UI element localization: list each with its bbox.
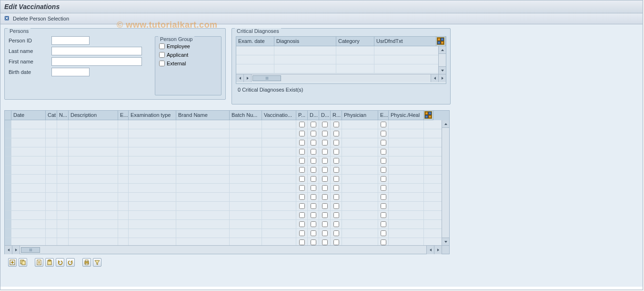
- table-cell[interactable]: [118, 202, 129, 210]
- table-cell[interactable]: [176, 129, 230, 138]
- table-cell[interactable]: [176, 220, 230, 229]
- table-checkbox[interactable]: [333, 230, 339, 236]
- table-cell[interactable]: [308, 184, 319, 192]
- scroll-left-step2-icon[interactable]: [426, 246, 434, 254]
- table-checkbox[interactable]: [381, 122, 386, 127]
- table-checkbox[interactable]: [299, 203, 305, 209]
- table-cell[interactable]: [389, 202, 424, 210]
- table-cell[interactable]: [296, 147, 308, 156]
- vacc-col-header[interactable]: Physic./Heal: [389, 111, 424, 120]
- row-selector[interactable]: [5, 193, 11, 201]
- table-cell[interactable]: [69, 211, 118, 219]
- table-cell[interactable]: [389, 220, 424, 229]
- table-cell[interactable]: [57, 193, 69, 201]
- table-checkbox[interactable]: [311, 149, 316, 155]
- table-cell[interactable]: [296, 156, 308, 165]
- table-cell[interactable]: [176, 175, 230, 183]
- table-cell[interactable]: [57, 184, 69, 192]
- table-cell[interactable]: [389, 211, 424, 219]
- table-cell[interactable]: [11, 147, 46, 156]
- table-checkbox[interactable]: [322, 167, 328, 173]
- table-cell[interactable]: [389, 184, 424, 192]
- table-cell[interactable]: [46, 193, 57, 201]
- table-cell[interactable]: [46, 202, 57, 210]
- applicant-checkbox[interactable]: [159, 52, 165, 58]
- table-cell[interactable]: [308, 166, 319, 174]
- filter-button[interactable]: [93, 258, 101, 267]
- table-checkbox[interactable]: [381, 230, 386, 236]
- row-selector[interactable]: [5, 229, 11, 238]
- table-cell[interactable]: [389, 229, 424, 238]
- table-cell[interactable]: [129, 175, 176, 183]
- table-cell[interactable]: [342, 211, 378, 219]
- table-cell[interactable]: [389, 166, 424, 174]
- table-checkbox[interactable]: [381, 167, 386, 173]
- table-cell[interactable]: [57, 120, 69, 129]
- vacc-col-header[interactable]: D...: [319, 111, 331, 120]
- vacc-col-header[interactable]: [5, 111, 11, 120]
- table-cell[interactable]: [69, 156, 118, 165]
- table-cell[interactable]: [176, 156, 230, 165]
- table-cell[interactable]: [389, 147, 424, 156]
- table-cell[interactable]: [11, 156, 46, 165]
- table-cell[interactable]: [331, 193, 342, 201]
- table-cell[interactable]: [262, 129, 296, 138]
- table-cell[interactable]: [319, 166, 331, 174]
- table-checkbox[interactable]: [381, 239, 386, 245]
- table-cell[interactable]: [342, 138, 378, 147]
- table-cell[interactable]: [319, 120, 331, 129]
- table-cell[interactable]: [176, 211, 230, 219]
- row-selector[interactable]: [5, 129, 11, 138]
- table-cell[interactable]: [331, 202, 342, 210]
- table-checkbox[interactable]: [322, 158, 328, 164]
- scroll-down-arrow-icon[interactable]: [442, 238, 449, 245]
- table-cell[interactable]: [262, 166, 296, 174]
- scroll-down-arrow-icon[interactable]: [439, 66, 446, 74]
- table-cell[interactable]: [262, 184, 296, 192]
- table-cell[interactable]: [262, 147, 296, 156]
- table-cell[interactable]: [308, 175, 319, 183]
- vacc-col-header[interactable]: N...: [57, 111, 69, 120]
- table-checkbox[interactable]: [322, 122, 328, 127]
- table-cell[interactable]: [69, 129, 118, 138]
- table-cell[interactable]: [331, 220, 342, 229]
- table-checkbox[interactable]: [333, 158, 339, 164]
- table-cell[interactable]: [378, 129, 389, 138]
- table-checkbox[interactable]: [299, 239, 305, 245]
- table-row[interactable]: [5, 202, 449, 211]
- scroll-right-step-icon[interactable]: [244, 74, 252, 82]
- table-checkbox[interactable]: [299, 131, 305, 136]
- row-selector[interactable]: [5, 211, 11, 219]
- table-cell[interactable]: [176, 166, 230, 174]
- table-cell[interactable]: [129, 184, 176, 192]
- table-cell[interactable]: [331, 147, 342, 156]
- table-row[interactable]: [5, 211, 449, 220]
- table-cell[interactable]: [69, 138, 118, 147]
- scroll-left-arrow-icon[interactable]: [5, 246, 12, 254]
- table-cell[interactable]: [69, 202, 118, 210]
- delete-person-selection-button[interactable]: Delete Person Selection: [13, 16, 69, 21]
- table-cell[interactable]: [262, 138, 296, 147]
- table-cell[interactable]: [378, 229, 389, 238]
- table-cell[interactable]: [308, 120, 319, 129]
- row-selector[interactable]: [5, 120, 11, 129]
- table-cell[interactable]: [319, 202, 331, 210]
- table-cell[interactable]: [319, 184, 331, 192]
- table-cell[interactable]: [378, 220, 389, 229]
- table-row[interactable]: [5, 184, 449, 193]
- table-cell[interactable]: [308, 202, 319, 210]
- table-row[interactable]: [5, 175, 449, 184]
- table-cell[interactable]: [296, 184, 308, 192]
- table-cell[interactable]: [308, 220, 319, 229]
- table-row[interactable]: [5, 156, 449, 166]
- table-cell[interactable]: [46, 138, 57, 147]
- table-checkbox[interactable]: [322, 230, 328, 236]
- row-selector[interactable]: [5, 175, 11, 183]
- table-cell[interactable]: [342, 175, 378, 183]
- table-cell[interactable]: [378, 184, 389, 192]
- table-cell[interactable]: [342, 129, 378, 138]
- table-cell[interactable]: [230, 129, 262, 138]
- table-cell[interactable]: [46, 129, 57, 138]
- table-cell[interactable]: [69, 229, 118, 238]
- table-cell[interactable]: [342, 202, 378, 210]
